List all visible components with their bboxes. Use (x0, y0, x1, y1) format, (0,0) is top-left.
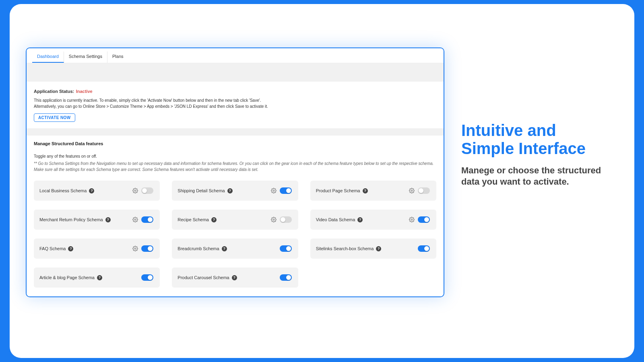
card-right (280, 245, 292, 252)
card-right (271, 187, 292, 194)
help-icon[interactable]: ? (222, 246, 227, 251)
card-right (132, 245, 153, 252)
card-left: Breadcrumb Schema? (178, 246, 227, 251)
feature-toggle[interactable] (418, 216, 430, 223)
help-icon[interactable]: ? (232, 275, 237, 280)
gear-icon[interactable] (132, 246, 138, 251)
card-right (271, 216, 292, 223)
nav-tabs: DashboardSchema SettingsPlans (27, 48, 444, 63)
gear-icon[interactable] (271, 188, 277, 193)
toggle-knob (142, 188, 147, 193)
help-icon[interactable]: ? (68, 246, 73, 251)
card-left: Merchant Return Policy Schema? (39, 217, 111, 222)
promo-card: DashboardSchema SettingsPlans Applicatio… (10, 4, 634, 358)
feature-toggle[interactable] (141, 274, 153, 281)
features-title: Manage Structured Data features (34, 141, 436, 146)
schema-feature-card: Product Page Schema? (310, 181, 436, 201)
card-left: Article & blog Page Schema? (39, 275, 102, 280)
gear-icon[interactable] (271, 217, 277, 222)
feature-label: Sitelinks Search-box Schema (316, 246, 374, 251)
gear-icon[interactable] (409, 217, 415, 222)
card-left: Local Business Schema? (39, 188, 94, 193)
status-line-2: Alternatively, you can go to Online Stor… (34, 104, 436, 110)
schema-feature-card: Video Data Schema? (310, 210, 436, 230)
feature-label: Recipe Schema (178, 217, 209, 222)
help-icon[interactable]: ? (227, 188, 233, 193)
spacer (27, 63, 444, 82)
feature-toggle[interactable] (280, 187, 292, 194)
schema-feature-card: Merchant Return Policy Schema? (34, 210, 160, 230)
feature-toggle[interactable] (418, 245, 430, 252)
toggle-knob (281, 217, 285, 222)
feature-label: Product Carousel Schema (178, 275, 229, 280)
feature-label: Article & blog Page Schema (39, 275, 95, 280)
help-icon[interactable]: ? (211, 217, 217, 222)
activate-now-button[interactable]: ACTIVATE NOW (34, 113, 75, 122)
svg-point-6 (135, 248, 136, 249)
card-right (409, 216, 430, 223)
gear-icon[interactable] (409, 188, 415, 193)
status-row: Application Status: Inactive (34, 87, 436, 95)
promo-frame: DashboardSchema SettingsPlans Applicatio… (0, 0, 644, 362)
svg-point-1 (273, 190, 275, 191)
card-right (280, 274, 292, 281)
help-icon[interactable]: ? (105, 217, 111, 222)
feature-toggle[interactable] (280, 216, 292, 223)
toggle-knob (148, 275, 153, 280)
status-label: Application Status: (34, 89, 74, 94)
svg-point-4 (273, 219, 275, 220)
schema-feature-card: Shipping Detail Schema? (172, 181, 298, 201)
help-icon[interactable]: ? (97, 275, 102, 280)
application-status-panel: Application Status: Inactive This applic… (27, 82, 444, 128)
gear-icon[interactable] (132, 217, 138, 222)
spacer (27, 128, 444, 136)
feature-toggle[interactable] (280, 245, 292, 252)
schema-feature-card: Local Business Schema? (34, 181, 160, 201)
tab-dashboard[interactable]: Dashboard (32, 51, 64, 63)
marketing-copy: Intuitive and Simple Interface Manege or… (461, 121, 610, 187)
svg-point-0 (135, 190, 136, 191)
card-left: Product Page Schema? (316, 188, 368, 193)
card-left: Recipe Schema? (178, 217, 217, 222)
feature-toggle[interactable] (418, 187, 430, 194)
feature-toggle[interactable] (141, 187, 153, 194)
feature-toggle[interactable] (141, 245, 153, 252)
svg-point-2 (411, 190, 413, 191)
status-value: Inactive (76, 89, 93, 94)
features-grid: Local Business Schema?Shipping Detail Sc… (34, 181, 436, 288)
toggle-knob (286, 188, 291, 193)
gear-icon[interactable] (132, 188, 138, 193)
tab-schema-settings[interactable]: Schema Settings (64, 51, 107, 63)
help-icon[interactable]: ? (376, 246, 381, 251)
status-line-1: This application is currently inactive. … (34, 98, 436, 104)
status-description: This application is currently inactive. … (34, 98, 436, 109)
feature-toggle[interactable] (280, 274, 292, 281)
card-left: Sitelinks Search-box Schema? (316, 246, 382, 251)
help-icon[interactable]: ? (89, 188, 94, 193)
card-right (141, 274, 153, 281)
feature-label: Local Business Schema (39, 188, 87, 193)
card-right (418, 245, 430, 252)
feature-label: Merchant Return Policy Schema (39, 217, 103, 222)
marketing-headline: Intuitive and Simple Interface (461, 121, 610, 158)
app-window: DashboardSchema SettingsPlans Applicatio… (26, 47, 444, 297)
schema-feature-card: Product Carousel Schema? (172, 267, 298, 288)
card-right (132, 187, 153, 194)
feature-label: Shipping Detail Schema (178, 188, 225, 193)
card-right (132, 216, 153, 223)
toggle-knob (148, 217, 153, 222)
toggle-knob (286, 275, 291, 280)
svg-point-3 (135, 219, 136, 220)
card-left: Shipping Detail Schema? (178, 188, 232, 193)
help-icon[interactable]: ? (357, 217, 363, 222)
feature-label: Video Data Schema (316, 217, 355, 222)
feature-label: Product Page Schema (316, 188, 360, 193)
tab-plans[interactable]: Plans (107, 51, 128, 63)
card-left: FAQ Schema? (39, 246, 73, 251)
schema-feature-card: Article & blog Page Schema? (34, 267, 160, 288)
help-icon[interactable]: ? (363, 188, 368, 193)
toggle-knob (424, 217, 429, 222)
schema-feature-card: Breadcrumb Schema? (172, 239, 298, 259)
feature-toggle[interactable] (141, 216, 153, 223)
schema-feature-card: Sitelinks Search-box Schema? (310, 239, 436, 259)
